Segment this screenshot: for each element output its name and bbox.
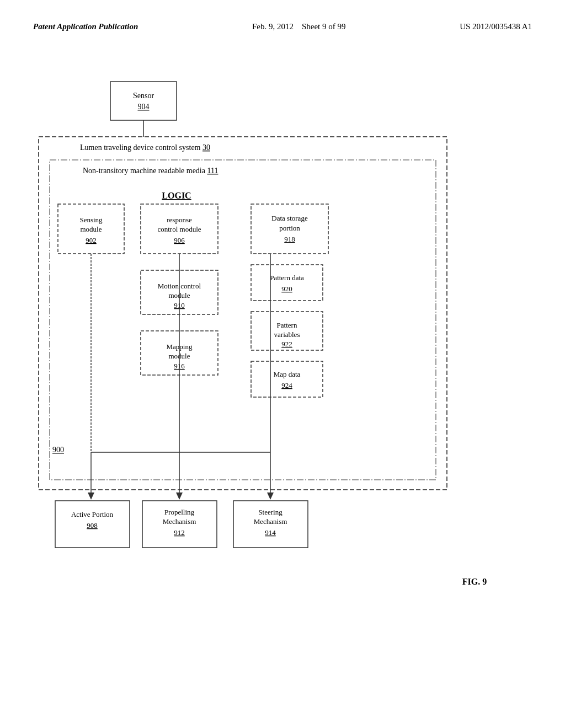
svg-text:922: 922 bbox=[281, 340, 292, 348]
svg-text:Propelling: Propelling bbox=[164, 508, 195, 516]
svg-text:Mechanism: Mechanism bbox=[254, 517, 287, 526]
svg-text:portion: portion bbox=[279, 224, 300, 232]
patent-number: US 2012/0035438 A1 bbox=[460, 22, 532, 31]
svg-text:916: 916 bbox=[174, 362, 185, 370]
svg-text:910: 910 bbox=[174, 301, 185, 309]
svg-text:906: 906 bbox=[174, 236, 185, 244]
svg-text:response: response bbox=[167, 216, 192, 224]
publication-label: Patent Application Publication bbox=[33, 22, 138, 31]
svg-text:Mapping: Mapping bbox=[167, 342, 193, 351]
svg-text:control module: control module bbox=[157, 225, 201, 233]
svg-rect-26 bbox=[251, 265, 323, 301]
svg-marker-46 bbox=[176, 493, 183, 500]
svg-rect-14 bbox=[141, 204, 218, 254]
svg-text:924: 924 bbox=[281, 381, 292, 389]
svg-text:FIG. 9: FIG. 9 bbox=[462, 577, 487, 586]
svg-rect-10 bbox=[58, 204, 124, 254]
svg-rect-29 bbox=[251, 312, 323, 350]
svg-text:Sensing: Sensing bbox=[79, 216, 103, 224]
svg-text:908: 908 bbox=[87, 521, 98, 529]
sheet-label: Sheet 9 of 99 bbox=[302, 22, 346, 31]
svg-text:Active Portion: Active Portion bbox=[71, 510, 114, 518]
svg-text:Data storage: Data storage bbox=[271, 214, 308, 222]
svg-text:variables: variables bbox=[274, 330, 300, 339]
svg-rect-0 bbox=[110, 82, 177, 120]
svg-text:Mechanism: Mechanism bbox=[163, 517, 196, 526]
svg-rect-5 bbox=[39, 137, 447, 490]
svg-rect-51 bbox=[55, 501, 130, 548]
svg-text:Map data: Map data bbox=[274, 370, 301, 378]
svg-text:918: 918 bbox=[284, 235, 295, 243]
svg-rect-22 bbox=[141, 270, 218, 314]
svg-text:Motion control: Motion control bbox=[158, 282, 201, 290]
svg-rect-37 bbox=[251, 361, 323, 397]
svg-text:914: 914 bbox=[265, 528, 276, 537]
svg-rect-33 bbox=[141, 331, 218, 375]
svg-text:902: 902 bbox=[86, 236, 97, 244]
svg-text:module: module bbox=[169, 291, 190, 299]
svg-text:920: 920 bbox=[281, 285, 292, 293]
date-label: Feb. 9, 2012 bbox=[252, 22, 294, 31]
svg-rect-18 bbox=[251, 204, 328, 254]
svg-text:module: module bbox=[169, 352, 190, 360]
svg-text:Pattern: Pattern bbox=[277, 321, 297, 329]
svg-text:Pattern data: Pattern data bbox=[270, 274, 304, 282]
svg-text:Sensor: Sensor bbox=[133, 92, 154, 100]
svg-text:Steering: Steering bbox=[258, 508, 282, 516]
svg-marker-49 bbox=[267, 493, 274, 500]
svg-text:Lumen traveling device control: Lumen traveling device control system 30 bbox=[80, 143, 210, 152]
svg-text:LOGIC: LOGIC bbox=[162, 191, 191, 200]
svg-text:904: 904 bbox=[138, 103, 150, 111]
svg-rect-54 bbox=[142, 501, 217, 548]
svg-marker-4 bbox=[140, 174, 147, 181]
svg-text:Non-transitory machine readabl: Non-transitory machine readable media 11… bbox=[83, 167, 218, 175]
svg-text:912: 912 bbox=[174, 528, 185, 537]
diagram-svg: Sensor 904 Lumen traveling device contro… bbox=[0, 0, 565, 728]
svg-rect-58 bbox=[233, 501, 308, 548]
svg-text:900: 900 bbox=[52, 446, 64, 454]
svg-marker-43 bbox=[88, 493, 94, 500]
sheet-info: Feb. 9, 2012 Sheet 9 of 99 bbox=[252, 22, 346, 31]
svg-text:module: module bbox=[81, 225, 102, 233]
svg-rect-7 bbox=[50, 160, 436, 480]
